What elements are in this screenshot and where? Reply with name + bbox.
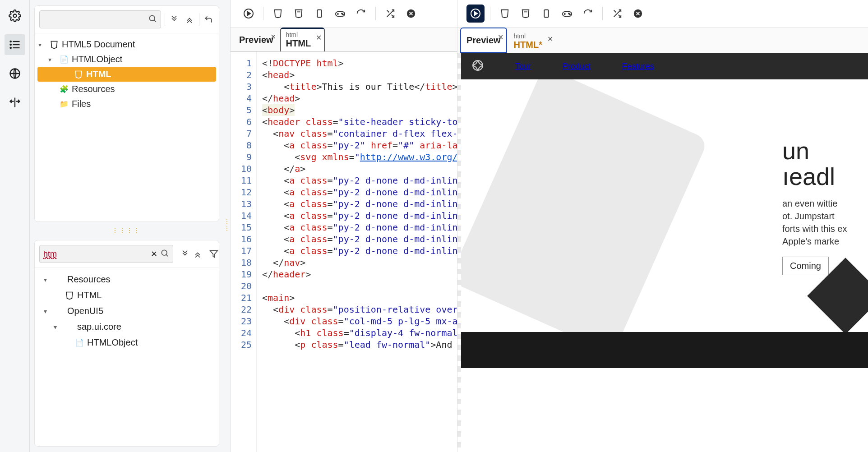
outline-tree[interactable]: ▾ResourcesHTML▾OpenUI5▾sap.ui.core📄HTMLO…: [35, 268, 219, 354]
tree-item[interactable]: ▾HTML5 Document: [35, 37, 219, 52]
tree-item[interactable]: HTML: [37, 67, 216, 82]
aperture-icon: [472, 60, 484, 74]
play-icon[interactable]: [466, 5, 485, 23]
svg-point-20: [342, 14, 343, 15]
outline-toolbar: ✕: [35, 240, 219, 268]
close-icon[interactable]: [402, 5, 420, 23]
vertical-splitter[interactable]: ⋯⋯: [224, 0, 230, 452]
outline-item[interactable]: HTML: [35, 287, 219, 303]
svg-line-37: [614, 10, 616, 13]
dark-section: [461, 332, 868, 368]
undo-icon[interactable]: [203, 11, 214, 28]
svg-point-4: [10, 41, 11, 42]
tree-item[interactable]: 📁Files: [35, 97, 219, 111]
settings-icon[interactable]: [5, 5, 25, 26]
svg-point-0: [13, 14, 16, 18]
outline-item[interactable]: 📄HTMLObject: [35, 335, 219, 351]
svg-marker-28: [475, 12, 477, 15]
svg-point-34: [569, 14, 570, 15]
close-icon[interactable]: ✕: [270, 32, 276, 41]
svg-point-8: [149, 15, 155, 21]
html5-alt-icon[interactable]: [290, 5, 308, 23]
tab[interactable]: Preview✕: [460, 28, 507, 53]
html5-icon[interactable]: [269, 5, 287, 23]
device-mockup: [461, 79, 708, 332]
tab[interactable]: htmlHTML*✕: [508, 30, 556, 53]
tab[interactable]: Preview✕: [233, 28, 279, 51]
device-icon[interactable]: [537, 5, 555, 23]
svg-marker-12: [210, 251, 218, 258]
horizontal-splitter[interactable]: ⋮⋮⋮⋮: [30, 227, 224, 235]
clear-icon[interactable]: ✕: [148, 249, 160, 259]
collapse-up-icon[interactable]: [193, 245, 202, 263]
svg-point-10: [162, 250, 167, 255]
left-column: ▾HTML5 Document▾📄HTMLObjectHTML🧩Resource…: [30, 0, 224, 452]
nav-link-tour[interactable]: Tour: [515, 62, 531, 71]
hero-heading: unıeadl: [782, 138, 868, 189]
svg-line-11: [166, 254, 168, 256]
editor-toolbar: [231, 0, 457, 28]
preview-surface: Tour Product Features unıeadl an even wi…: [457, 53, 868, 452]
outline-item[interactable]: ▾sap.ui.core: [35, 319, 219, 335]
shuffle-icon[interactable]: [608, 5, 626, 23]
svg-rect-15: [317, 10, 321, 18]
svg-line-9: [154, 20, 156, 22]
tree-search[interactable]: [39, 10, 161, 28]
close-icon[interactable]: [629, 5, 647, 23]
shuffle-icon[interactable]: [381, 5, 399, 23]
gamepad-icon[interactable]: [558, 5, 576, 23]
nav-link-product[interactable]: Product: [563, 62, 591, 71]
search-icon: [160, 249, 169, 260]
code-editor[interactable]: 1234567891011121314151617181920212223242…: [231, 52, 457, 452]
outline-search[interactable]: ✕: [39, 245, 173, 263]
outline-item[interactable]: ▾OpenUI5: [35, 303, 219, 319]
tree-toolbar: [35, 6, 219, 33]
close-icon[interactable]: ✕: [498, 33, 503, 42]
play-icon[interactable]: [240, 5, 258, 23]
search-icon: [148, 14, 157, 25]
device-icon[interactable]: [310, 5, 328, 23]
expand-down-icon[interactable]: [180, 245, 189, 263]
outline-search-input[interactable]: [43, 249, 148, 259]
outline-item[interactable]: ▾Resources: [35, 272, 219, 287]
compare-icon[interactable]: [5, 92, 25, 113]
document-tree[interactable]: ▾HTML5 Document▾📄HTMLObjectHTML🧩Resource…: [35, 33, 219, 115]
svg-point-6: [10, 47, 11, 48]
nav-rail: [0, 0, 30, 452]
refresh-icon[interactable]: [579, 5, 597, 23]
globe-icon[interactable]: [5, 63, 25, 84]
close-icon[interactable]: ✕: [316, 33, 322, 42]
preview-hero: unıeadl an even wittieot. Jumpstartforts…: [461, 79, 868, 332]
svg-point-41: [473, 60, 483, 70]
svg-marker-14: [248, 12, 250, 15]
svg-line-23: [387, 10, 389, 13]
editor-tabs: Preview✕htmlHTML✕: [231, 28, 457, 52]
close-icon[interactable]: ✕: [547, 35, 553, 43]
expand-down-icon[interactable]: [169, 11, 180, 28]
html5-alt-icon[interactable]: [517, 5, 535, 23]
collapse-up-icon[interactable]: [184, 11, 195, 28]
nav-link-features[interactable]: Features: [622, 62, 654, 71]
tab[interactable]: htmlHTML✕: [280, 28, 325, 51]
editor-pane: Preview✕htmlHTML✕ 1234567891011121314151…: [230, 0, 457, 452]
filter-icon[interactable]: [209, 245, 218, 263]
hero-cta-button[interactable]: Coming: [782, 257, 829, 275]
preview-pane: Preview✕htmlHTML*✕ Tour Product Features…: [457, 0, 868, 452]
preview-site-header: Tour Product Features: [461, 53, 868, 79]
svg-point-5: [10, 44, 11, 45]
html5-icon[interactable]: [496, 5, 514, 23]
outline-icon[interactable]: [5, 34, 25, 55]
tree-item[interactable]: 🧩Resources: [35, 82, 219, 97]
tree-item[interactable]: ▾📄HTMLObject: [35, 52, 219, 67]
hero-paragraph: an even wittieot. Jumpstartforts with th…: [782, 197, 868, 248]
tree-search-input[interactable]: [43, 15, 148, 24]
refresh-icon[interactable]: [352, 5, 370, 23]
gamepad-icon[interactable]: [331, 5, 349, 23]
preview-toolbar: [457, 0, 868, 28]
svg-rect-29: [544, 10, 548, 18]
preview-tabs: Preview✕htmlHTML*✕: [457, 28, 868, 53]
